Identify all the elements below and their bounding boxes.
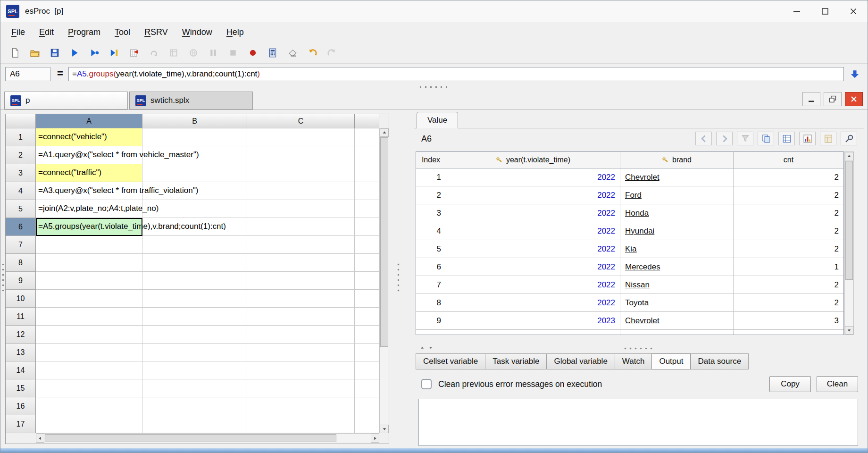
cell-D16[interactable] bbox=[355, 397, 379, 415]
mdi-restore-icon[interactable] bbox=[824, 92, 842, 106]
row-header-17[interactable]: 17 bbox=[6, 415, 36, 433]
value-vscroll-thumb[interactable] bbox=[845, 161, 853, 280]
cell-B9[interactable] bbox=[142, 272, 247, 290]
cell-C11[interactable] bbox=[247, 308, 355, 326]
scroll-right-icon[interactable] bbox=[371, 434, 379, 443]
cell-C8[interactable] bbox=[247, 254, 355, 272]
cell-B14[interactable] bbox=[142, 361, 247, 379]
cell-B1[interactable] bbox=[142, 128, 247, 146]
row-header-10[interactable]: 10 bbox=[6, 290, 36, 308]
cell-D7[interactable] bbox=[355, 236, 379, 254]
row-header-4[interactable]: 4 bbox=[6, 182, 36, 200]
window-close-icon[interactable] bbox=[839, 0, 868, 22]
save-file-icon[interactable] bbox=[47, 45, 62, 60]
cell-D10[interactable] bbox=[355, 290, 379, 308]
value-column-header-brand[interactable]: brand bbox=[620, 152, 734, 168]
row-header-14[interactable]: 14 bbox=[6, 361, 36, 379]
row-header-7[interactable]: 7 bbox=[6, 236, 36, 254]
cell-D5[interactable] bbox=[355, 200, 379, 218]
cell-C16[interactable] bbox=[247, 397, 355, 415]
clear-cells-icon[interactable] bbox=[284, 45, 300, 60]
cell-A3[interactable]: =connect("traffic") bbox=[36, 164, 142, 182]
row-header-16[interactable]: 16 bbox=[6, 397, 36, 415]
row-header-8[interactable]: 8 bbox=[6, 254, 36, 272]
tab-cellset-variable[interactable]: Cellset variable bbox=[416, 353, 485, 369]
tab-task-variable[interactable]: Task variable bbox=[485, 353, 547, 369]
cell-B3[interactable] bbox=[142, 164, 247, 182]
left-edge-splitter[interactable] bbox=[1, 262, 8, 293]
cell-B13[interactable] bbox=[142, 344, 247, 361]
tab-data-source[interactable]: Data source bbox=[690, 353, 749, 369]
cell-A9[interactable] bbox=[36, 272, 142, 290]
column-header-partial[interactable] bbox=[355, 114, 379, 128]
cell-C12[interactable] bbox=[247, 326, 355, 344]
row-header-9[interactable]: 9 bbox=[6, 272, 36, 290]
cell-C2[interactable] bbox=[247, 146, 355, 164]
grid-hscroll-thumb[interactable] bbox=[45, 434, 336, 442]
scroll-down-icon[interactable] bbox=[845, 326, 853, 335]
menu-window[interactable]: Window bbox=[175, 27, 219, 37]
value-vertical-scrollbar[interactable] bbox=[844, 151, 854, 335]
cell-A6[interactable]: =A5.groups(year(t.violate_time),v.brand;… bbox=[36, 218, 142, 236]
cell-A15[interactable] bbox=[36, 379, 142, 397]
row-header-2[interactable]: 2 bbox=[6, 146, 36, 164]
grid-vscroll-thumb[interactable] bbox=[380, 137, 388, 347]
cell-B15[interactable] bbox=[142, 379, 247, 397]
menu-file[interactable]: File bbox=[4, 27, 32, 37]
row-header-5[interactable]: 5 bbox=[6, 200, 36, 218]
cell-A5[interactable]: =join(A2:v,plate_no;A4:t,plate_no) bbox=[36, 200, 142, 218]
scroll-up-icon[interactable] bbox=[380, 128, 389, 137]
cell-B16[interactable] bbox=[142, 397, 247, 415]
cell-A16[interactable] bbox=[36, 397, 142, 415]
cell-D2[interactable] bbox=[355, 146, 379, 164]
cell-D3[interactable] bbox=[355, 164, 379, 182]
execute-icon[interactable] bbox=[67, 45, 82, 60]
cell-A10[interactable] bbox=[36, 290, 142, 308]
cell-D15[interactable] bbox=[355, 379, 379, 397]
cell-D17[interactable] bbox=[355, 415, 379, 433]
cell-B17[interactable] bbox=[142, 415, 247, 433]
row-header-13[interactable]: 13 bbox=[6, 344, 36, 361]
file-tab-p[interactable]: SPLp bbox=[4, 92, 128, 109]
cell-C5[interactable] bbox=[247, 200, 355, 218]
cell-A7[interactable] bbox=[36, 236, 142, 254]
window-minimize-icon[interactable] bbox=[783, 0, 811, 22]
cell-D11[interactable] bbox=[355, 308, 379, 326]
column-header-A[interactable]: A bbox=[36, 114, 142, 128]
panel-splitter[interactable] bbox=[397, 262, 403, 293]
mdi-close-icon[interactable] bbox=[845, 92, 863, 106]
cell-D14[interactable] bbox=[355, 361, 379, 379]
step-execute-icon[interactable] bbox=[106, 45, 122, 60]
cell-A17[interactable] bbox=[36, 415, 142, 433]
value-column-header-cnt[interactable]: cnt bbox=[734, 152, 844, 168]
row-header-1[interactable]: 1 bbox=[6, 128, 36, 146]
cell-D1[interactable] bbox=[355, 128, 379, 146]
copy-data-icon[interactable] bbox=[758, 132, 774, 145]
cell-C15[interactable] bbox=[247, 379, 355, 397]
cell-C1[interactable] bbox=[247, 128, 355, 146]
window-maximize-icon[interactable] bbox=[811, 0, 839, 22]
grid-horizontal-scrollbar[interactable] bbox=[36, 433, 379, 443]
cell-C17[interactable] bbox=[247, 415, 355, 433]
menu-rsrv[interactable]: RSRV bbox=[137, 27, 175, 37]
column-header-C[interactable]: C bbox=[247, 114, 355, 128]
bottom-splitter[interactable] bbox=[414, 346, 864, 350]
cell-A4[interactable]: =A3.query@x("select * from traffic_viola… bbox=[36, 182, 142, 200]
menu-edit[interactable]: Edit bbox=[32, 27, 61, 37]
grid-vertical-scrollbar[interactable] bbox=[379, 128, 389, 433]
cell-A12[interactable] bbox=[36, 326, 142, 344]
set-breakpoint-icon[interactable] bbox=[126, 45, 142, 60]
scroll-down-icon[interactable] bbox=[380, 425, 389, 433]
clean-button[interactable]: Clean bbox=[817, 376, 858, 392]
cell-B11[interactable] bbox=[142, 308, 247, 326]
new-file-icon[interactable] bbox=[7, 45, 23, 60]
cell-D12[interactable] bbox=[355, 326, 379, 344]
row-header-6[interactable]: 6 bbox=[6, 218, 36, 236]
row-header-11[interactable]: 11 bbox=[6, 308, 36, 326]
formula-input[interactable]: =A5.groups(year(t.violate_time),v.brand;… bbox=[68, 67, 844, 81]
clean-errors-checkbox[interactable] bbox=[421, 379, 432, 389]
cell-B7[interactable] bbox=[142, 236, 247, 254]
cell-A11[interactable] bbox=[36, 308, 142, 326]
cell-C10[interactable] bbox=[247, 290, 355, 308]
cell-D6[interactable] bbox=[355, 218, 379, 236]
